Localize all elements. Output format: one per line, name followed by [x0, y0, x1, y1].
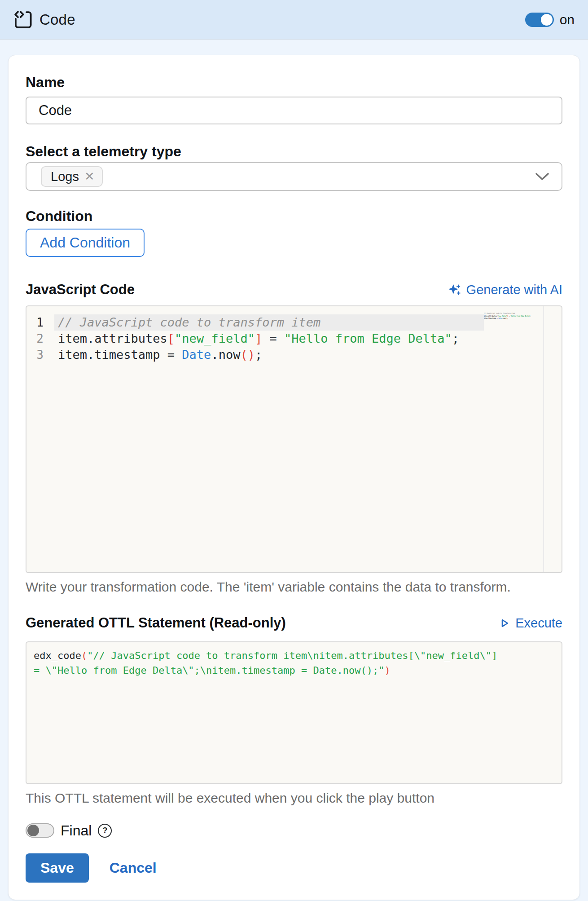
node-title: Code [39, 11, 75, 28]
ottl-line: edx_code("// JavaScript code to transfor… [34, 648, 554, 663]
line-number: 2 [26, 331, 54, 347]
code-line: 2item.attributes["new_field"] = "Hello f… [26, 331, 562, 347]
node-header: Code on [0, 0, 588, 40]
toggle-state-label: on [560, 12, 575, 27]
condition-label: Condition [26, 208, 562, 224]
ottl-help-text: This OTTL statement will be executed whe… [26, 791, 562, 806]
editor-minimap[interactable]: // JavaScript code to transform itemitem… [484, 312, 534, 320]
toggle-knob [541, 14, 553, 26]
save-button[interactable]: Save [26, 853, 89, 883]
js-code-help-text: Write your transformation code. The 'ite… [26, 579, 562, 595]
telemetry-chip-logs: Logs ✕ [41, 166, 103, 187]
cancel-button[interactable]: Cancel [110, 860, 157, 876]
telemetry-chip-label: Logs [51, 169, 79, 184]
final-toggle-knob [27, 825, 39, 836]
ottl-statement-box: edx_code("// JavaScript code to transfor… [26, 641, 562, 784]
generate-with-ai-link[interactable]: Generate with AI [448, 283, 562, 297]
name-input[interactable] [26, 97, 562, 124]
js-code-editor[interactable]: 1// JavaScript code to transform item2it… [26, 305, 562, 573]
line-number: 1 [26, 314, 54, 331]
minimap-border [543, 306, 544, 572]
execute-label: Execute [515, 616, 562, 631]
code-line: 3item.timestamp = Date.now(); [26, 347, 562, 363]
js-code-lines: 1// JavaScript code to transform item2it… [26, 314, 562, 363]
play-icon [498, 617, 510, 629]
ottl-label: Generated OTTL Statement (Read-only) [26, 614, 286, 632]
line-number: 3 [26, 347, 54, 363]
form-actions: Save Cancel [26, 853, 562, 883]
add-condition-button[interactable]: Add Condition [26, 229, 145, 257]
js-code-header: JavaScript Code Generate with AI [26, 281, 562, 298]
execute-link[interactable]: Execute [498, 616, 562, 631]
code-line: 1// JavaScript code to transform item [26, 314, 562, 331]
sparkle-icon [448, 283, 461, 296]
final-toggle[interactable] [26, 823, 54, 838]
final-toggle-row: Final ? [26, 823, 562, 838]
name-label: Name [26, 74, 562, 90]
telemetry-label: Select a telemetry type [26, 143, 562, 159]
ottl-header: Generated OTTL Statement (Read-only) Exe… [26, 614, 562, 632]
telemetry-select[interactable]: Logs ✕ [26, 162, 562, 191]
generate-with-ai-label: Generate with AI [466, 283, 562, 297]
js-code-label: JavaScript Code [26, 281, 135, 298]
ottl-line: = \"Hello from Edge Delta\";\nitem.times… [34, 663, 554, 678]
node-enabled-toggle[interactable] [525, 13, 554, 27]
final-label: Final [61, 822, 92, 839]
chip-close-icon[interactable]: ✕ [84, 171, 95, 183]
node-config-panel: Name Select a telemetry type Logs ✕ Cond… [8, 55, 580, 900]
chevron-down-icon [535, 172, 550, 181]
code-node-icon [13, 10, 32, 30]
help-icon[interactable]: ? [98, 824, 112, 838]
